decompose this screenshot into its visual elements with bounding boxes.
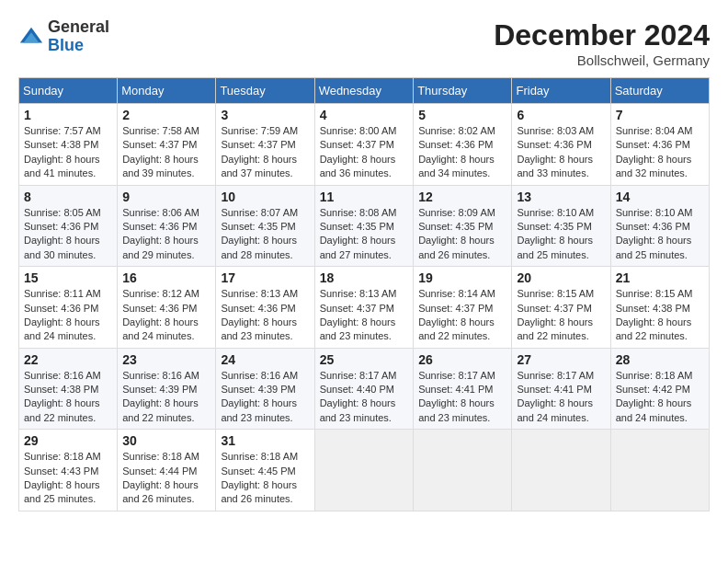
- sunrise-label: Sunrise: 8:06 AM: [122, 207, 199, 218]
- calendar-cell: 11 Sunrise: 8:08 AM Sunset: 4:35 PM Dayl…: [314, 185, 414, 267]
- day-number: 28: [616, 352, 704, 367]
- calendar-cell: 8 Sunrise: 8:05 AM Sunset: 4:36 PM Dayli…: [19, 185, 118, 267]
- sunrise-label: Sunrise: 8:13 AM: [320, 288, 397, 299]
- daylight-label: Daylight: 8 hours and 39 minutes.: [122, 154, 199, 178]
- calendar-cell: 30 Sunrise: 8:18 AM Sunset: 4:44 PM Dayl…: [118, 430, 216, 511]
- daylight-label: Daylight: 8 hours and 23 minutes.: [221, 397, 297, 422]
- day-info: Sunrise: 8:08 AM Sunset: 4:35 PM Dayligh…: [320, 206, 409, 263]
- column-header-friday: Friday: [512, 78, 610, 104]
- calendar-cell: 9 Sunrise: 8:06 AM Sunset: 4:36 PM Dayli…: [118, 185, 216, 267]
- day-number: 23: [122, 352, 210, 367]
- sunrise-label: Sunrise: 8:07 AM: [221, 207, 298, 218]
- daylight-label: Daylight: 8 hours and 37 minutes.: [221, 154, 297, 178]
- calendar-cell: 15 Sunrise: 8:11 AM Sunset: 4:36 PM Dayl…: [19, 267, 118, 349]
- sunrise-label: Sunrise: 8:17 AM: [418, 370, 495, 381]
- daylight-label: Daylight: 8 hours and 34 minutes.: [418, 154, 495, 178]
- calendar-cell: 18 Sunrise: 8:13 AM Sunset: 4:37 PM Dayl…: [314, 267, 414, 349]
- calendar-week-row: 29 Sunrise: 8:18 AM Sunset: 4:43 PM Dayl…: [19, 430, 710, 511]
- column-header-monday: Monday: [118, 78, 216, 104]
- daylight-label: Daylight: 8 hours and 24 minutes.: [122, 316, 199, 341]
- calendar-table: SundayMondayTuesdayWednesdayThursdayFrid…: [18, 77, 710, 511]
- sunrise-label: Sunrise: 7:57 AM: [24, 125, 101, 136]
- day-info: Sunrise: 8:04 AM Sunset: 4:36 PM Dayligh…: [616, 124, 704, 181]
- day-number: 18: [320, 270, 409, 285]
- day-number: 31: [221, 433, 309, 448]
- daylight-label: Daylight: 8 hours and 26 minutes.: [122, 479, 199, 504]
- day-number: 4: [320, 108, 409, 122]
- calendar-cell: 22 Sunrise: 8:16 AM Sunset: 4:38 PM Dayl…: [19, 348, 118, 430]
- calendar-week-row: 8 Sunrise: 8:05 AM Sunset: 4:36 PM Dayli…: [19, 185, 710, 267]
- sunrise-label: Sunrise: 8:04 AM: [616, 125, 693, 136]
- calendar-cell: 24 Sunrise: 8:16 AM Sunset: 4:39 PM Dayl…: [216, 348, 314, 430]
- day-info: Sunrise: 8:12 AM Sunset: 4:36 PM Dayligh…: [122, 287, 210, 344]
- column-header-thursday: Thursday: [414, 78, 512, 104]
- day-number: 3: [221, 108, 309, 122]
- calendar-cell: 16 Sunrise: 8:12 AM Sunset: 4:36 PM Dayl…: [118, 267, 216, 349]
- sunrise-label: Sunrise: 8:16 AM: [221, 370, 298, 381]
- day-info: Sunrise: 8:10 AM Sunset: 4:36 PM Dayligh…: [616, 206, 704, 263]
- calendar-cell: 12 Sunrise: 8:09 AM Sunset: 4:35 PM Dayl…: [414, 185, 512, 267]
- sunset-label: Sunset: 4:37 PM: [320, 139, 394, 150]
- calendar-cell: [414, 430, 512, 511]
- calendar-cell: 28 Sunrise: 8:18 AM Sunset: 4:42 PM Dayl…: [610, 348, 709, 430]
- day-number: 22: [24, 352, 112, 367]
- logo-text: General Blue: [48, 18, 109, 55]
- day-info: Sunrise: 8:15 AM Sunset: 4:38 PM Dayligh…: [616, 287, 704, 344]
- calendar-cell: 2 Sunrise: 7:58 AM Sunset: 4:37 PM Dayli…: [118, 104, 216, 186]
- day-info: Sunrise: 8:17 AM Sunset: 4:40 PM Dayligh…: [320, 369, 409, 426]
- sunset-label: Sunset: 4:36 PM: [616, 221, 690, 232]
- day-info: Sunrise: 8:16 AM Sunset: 4:39 PM Dayligh…: [221, 369, 309, 426]
- sunset-label: Sunset: 4:37 PM: [320, 303, 394, 314]
- sunrise-label: Sunrise: 8:17 AM: [517, 370, 594, 381]
- calendar-cell: [610, 430, 709, 511]
- sunset-label: Sunset: 4:37 PM: [418, 303, 493, 314]
- sunrise-label: Sunrise: 8:05 AM: [24, 207, 101, 218]
- day-number: 30: [122, 433, 210, 448]
- daylight-label: Daylight: 8 hours and 29 minutes.: [122, 235, 199, 259]
- sunset-label: Sunset: 4:35 PM: [517, 221, 591, 232]
- day-number: 27: [517, 352, 605, 367]
- day-number: 25: [320, 352, 409, 367]
- sunset-label: Sunset: 4:36 PM: [122, 303, 197, 314]
- day-number: 20: [517, 270, 605, 285]
- calendar-cell: 17 Sunrise: 8:13 AM Sunset: 4:36 PM Dayl…: [216, 267, 314, 349]
- day-info: Sunrise: 8:10 AM Sunset: 4:35 PM Dayligh…: [517, 206, 605, 263]
- calendar-week-row: 1 Sunrise: 7:57 AM Sunset: 4:38 PM Dayli…: [19, 104, 710, 186]
- daylight-label: Daylight: 8 hours and 23 minutes.: [418, 397, 495, 422]
- sunset-label: Sunset: 4:38 PM: [24, 139, 98, 150]
- column-header-sunday: Sunday: [19, 78, 118, 104]
- day-info: Sunrise: 8:09 AM Sunset: 4:35 PM Dayligh…: [418, 206, 506, 263]
- sunset-label: Sunset: 4:35 PM: [418, 221, 493, 232]
- logo-blue: Blue: [48, 36, 84, 54]
- day-info: Sunrise: 8:18 AM Sunset: 4:44 PM Dayligh…: [122, 450, 210, 507]
- day-number: 1: [24, 108, 112, 122]
- daylight-label: Daylight: 8 hours and 26 minutes.: [418, 235, 495, 259]
- daylight-label: Daylight: 8 hours and 25 minutes.: [616, 235, 692, 259]
- sunrise-label: Sunrise: 8:00 AM: [320, 125, 397, 136]
- daylight-label: Daylight: 8 hours and 24 minutes.: [24, 316, 100, 341]
- calendar-cell: 13 Sunrise: 8:10 AM Sunset: 4:35 PM Dayl…: [512, 185, 610, 267]
- sunset-label: Sunset: 4:39 PM: [221, 384, 295, 395]
- calendar-header-row: SundayMondayTuesdayWednesdayThursdayFrid…: [19, 78, 710, 104]
- day-info: Sunrise: 8:13 AM Sunset: 4:36 PM Dayligh…: [221, 287, 309, 344]
- sunset-label: Sunset: 4:37 PM: [221, 139, 295, 150]
- day-number: 19: [418, 270, 506, 285]
- sunrise-label: Sunrise: 8:02 AM: [418, 125, 495, 136]
- calendar-week-row: 15 Sunrise: 8:11 AM Sunset: 4:36 PM Dayl…: [19, 267, 710, 349]
- daylight-label: Daylight: 8 hours and 32 minutes.: [616, 154, 692, 178]
- daylight-label: Daylight: 8 hours and 36 minutes.: [320, 154, 396, 178]
- calendar-cell: 23 Sunrise: 8:16 AM Sunset: 4:39 PM Dayl…: [118, 348, 216, 430]
- day-number: 13: [517, 190, 605, 204]
- calendar-cell: 20 Sunrise: 8:15 AM Sunset: 4:37 PM Dayl…: [512, 267, 610, 349]
- day-number: 7: [616, 108, 704, 122]
- logo: General Blue: [18, 18, 109, 55]
- sunrise-label: Sunrise: 7:59 AM: [221, 125, 298, 136]
- calendar-cell: 4 Sunrise: 8:00 AM Sunset: 4:37 PM Dayli…: [314, 104, 414, 186]
- daylight-label: Daylight: 8 hours and 22 minutes.: [517, 316, 593, 341]
- sunrise-label: Sunrise: 8:15 AM: [517, 288, 594, 299]
- sunrise-label: Sunrise: 7:58 AM: [122, 125, 199, 136]
- sunset-label: Sunset: 4:35 PM: [320, 221, 394, 232]
- day-number: 5: [418, 108, 506, 122]
- sunset-label: Sunset: 4:39 PM: [122, 384, 197, 395]
- sunrise-label: Sunrise: 8:10 AM: [517, 207, 594, 218]
